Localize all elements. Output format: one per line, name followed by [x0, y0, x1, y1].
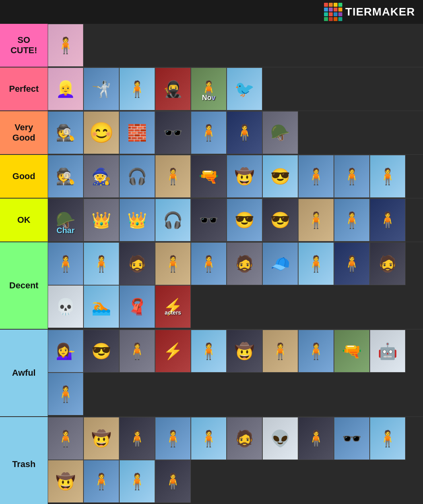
list-item: 🤠: [48, 460, 83, 503]
tier-row-good: Good 🕵️ 🧙 🎧 🧍 🔫 🤠 😎 🧍 🧍 🧍: [0, 155, 423, 199]
tier-row-very-good: Very Good 🕵️ 😊 🧱 🕶️ 🧍 🧍 🪖: [0, 111, 423, 155]
tier-row-trash: Trash 🧍 🤠 🧍 🧍 🧍 🧔 👽 🧍 🕶️ 🧍 🤠 🧍 🧍 🧍: [0, 417, 423, 504]
list-item: 🧍: [191, 330, 227, 373]
list-item: 🧍: [334, 199, 370, 241]
tier-content-perfect: 👱‍♀️ 🤺 🧍 🥷 🧍Nov 🐦: [48, 68, 423, 110]
logo-cell: [329, 12, 333, 16]
list-item: 🔫: [191, 155, 227, 198]
list-item: 🧍: [155, 242, 191, 285]
logo-cell: [324, 8, 328, 12]
list-item: 🧍: [155, 155, 191, 198]
logo-cell: [329, 8, 333, 12]
list-item: 🕵️: [48, 111, 83, 154]
list-item: 😎: [83, 330, 119, 373]
list-item: 🤖: [370, 330, 406, 373]
list-item: ⚡acters: [155, 285, 191, 328]
list-item: 🧍: [119, 330, 155, 373]
tier-row-decent: Decent 🧍 🧍 🧔 🧍 🧍 🧔 🧢 🧍 🧍 🧔 💀 🏊 🧣 ⚡acters: [0, 242, 423, 330]
list-item: 🧍: [298, 242, 334, 285]
logo-cell: [334, 3, 338, 7]
list-item: 🧍: [119, 68, 155, 110]
list-item: 💁‍♀️: [48, 330, 83, 373]
list-item: 🧍: [298, 155, 334, 198]
tier-content-good: 🕵️ 🧙 🎧 🧍 🔫 🤠 😎 🧍 🧍 🧍: [48, 155, 423, 198]
list-item: 👑: [119, 199, 155, 241]
page-wrapper: TiERMAKER SO CUTE! 🧍 Perfect 👱‍♀️ 🤺 🧍: [0, 0, 423, 504]
logo: TiERMAKER: [324, 3, 415, 21]
list-item: 😎: [262, 199, 298, 241]
tier-row-perfect: Perfect 👱‍♀️ 🤺 🧍 🥷 🧍Nov 🐦: [0, 68, 423, 111]
logo-cell: [329, 17, 333, 21]
list-item: 🧍: [370, 155, 406, 198]
list-item: ⚡: [155, 330, 191, 373]
list-item: 🧍: [48, 373, 83, 415]
logo-cell: [334, 12, 338, 16]
list-item: 🧍: [298, 417, 334, 460]
list-item: 🧍: [119, 460, 155, 503]
list-item: 🪖Char: [48, 199, 83, 241]
list-item: 🧔: [227, 417, 262, 460]
tier-table: SO CUTE! 🧍 Perfect 👱‍♀️ 🤺 🧍 🥷 🧍Nov 🐦: [0, 24, 423, 504]
list-item: 🧍: [298, 330, 334, 373]
list-item: 🧍: [83, 242, 119, 285]
tier-row-ok: OK 🪖Char 👑 👑 🎧 🕶️ 😎 😎 🧍 🧍 🧍: [0, 199, 423, 242]
list-item: 🧍: [48, 24, 83, 67]
tier-row-awful: Awful 💁‍♀️ 😎 🧍 ⚡ 🧍 🤠 🧍 🧍 🔫 🤖 🧍: [0, 330, 423, 417]
logo-cell: [324, 17, 328, 21]
header: TiERMAKER: [0, 0, 423, 24]
list-item: 🧍: [191, 111, 227, 154]
list-item: 🧍Nov: [191, 68, 227, 110]
list-item: 🧍: [370, 199, 406, 241]
list-item: 🧍: [155, 417, 191, 460]
list-item: 🧔: [227, 242, 262, 285]
tier-content-decent: 🧍 🧍 🧔 🧍 🧍 🧔 🧢 🧍 🧍 🧔 💀 🏊 🧣 ⚡acters: [48, 242, 423, 329]
list-item: 👱‍♀️: [48, 68, 83, 110]
list-item: 🏊: [83, 285, 119, 328]
list-item: 🤠: [227, 155, 262, 198]
logo-cell: [324, 3, 328, 7]
logo-cell: [324, 12, 328, 16]
list-item: 🧔: [119, 242, 155, 285]
tier-label-so-cute: SO CUTE!: [0, 24, 48, 67]
tier-content-awful: 💁‍♀️ 😎 🧍 ⚡ 🧍 🤠 🧍 🧍 🔫 🤖 🧍: [48, 330, 423, 416]
list-item: 🤠: [83, 417, 119, 460]
tier-label-trash: Trash: [0, 417, 48, 504]
list-item: 😊: [83, 111, 119, 154]
list-item: 🕶️: [334, 417, 370, 460]
tier-label-very-good: Very Good: [0, 111, 48, 154]
list-item: 🧍: [191, 417, 227, 460]
list-item: 🎧: [155, 199, 191, 241]
list-item: 🧙: [83, 155, 119, 198]
list-item: 🧍: [191, 242, 227, 285]
logo-cell: [338, 8, 342, 12]
list-item: 🧣: [119, 285, 155, 328]
logo-cell: [338, 3, 342, 7]
list-item: 🧍: [227, 111, 262, 154]
tier-row-so-cute: SO CUTE! 🧍: [0, 24, 423, 68]
tier-content-very-good: 🕵️ 😊 🧱 🕶️ 🧍 🧍 🪖: [48, 111, 423, 154]
list-item: 😎: [262, 155, 298, 198]
list-item: 🧔: [370, 242, 406, 285]
list-item: 🧱: [119, 111, 155, 154]
tier-label-decent: Decent: [0, 242, 48, 329]
list-item: 🧍: [334, 242, 370, 285]
list-item: 🎧: [119, 155, 155, 198]
logo-cell: [329, 3, 333, 7]
tier-label-awful: Awful: [0, 330, 48, 416]
tier-label-good: Good: [0, 155, 48, 198]
logo-grid-icon: [324, 3, 342, 21]
list-item: 🕵️: [48, 155, 83, 198]
list-item: 💀: [48, 285, 83, 328]
list-item: 😎: [227, 199, 262, 241]
tier-label-ok: OK: [0, 199, 48, 241]
list-item: 🧍: [48, 417, 83, 460]
list-item: 🥷: [155, 68, 191, 110]
logo-text: TiERMAKER: [345, 6, 415, 18]
list-item: 🧍: [262, 330, 298, 373]
logo-cell: [334, 17, 338, 21]
list-item: 👑: [83, 199, 119, 241]
list-item: 🪖: [262, 111, 298, 154]
logo-cell: [334, 8, 338, 12]
list-item: 🕶️: [191, 199, 227, 241]
list-item: 🧍: [155, 460, 191, 503]
